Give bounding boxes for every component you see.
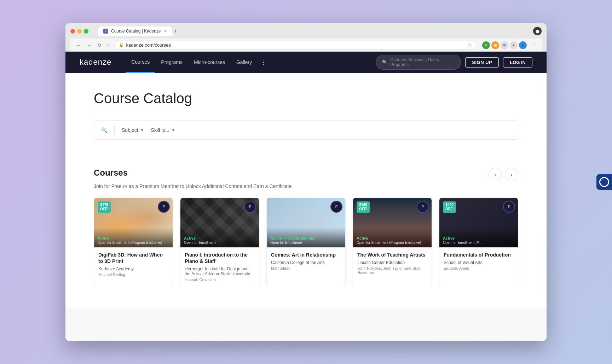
ext-icon-1[interactable]: ⊕ bbox=[482, 41, 490, 49]
search-icon: 🔍 bbox=[382, 60, 387, 65]
status-active: Active bbox=[357, 236, 428, 240]
card-institution-piano: Herberger Institute for Design and the A… bbox=[185, 266, 255, 276]
card-instructor-comics: Matt Silady bbox=[271, 266, 341, 270]
home-button[interactable]: ⌂ bbox=[106, 42, 111, 49]
status-active: Active — Credit Eligible bbox=[270, 236, 342, 240]
nav-links: Courses Programs Micro-courses Gallery ⋮ bbox=[126, 52, 376, 73]
premium-badge-fundamentals: P bbox=[503, 201, 515, 213]
card-instructor-digifab: Michael Darling bbox=[98, 272, 168, 277]
card-body: Comics: Art in Relationship California C… bbox=[267, 247, 345, 275]
subject-filter[interactable]: Subject ▼ bbox=[122, 127, 144, 133]
bookmark-icon: ☆ bbox=[468, 42, 472, 48]
search-placeholder: Courses, Sessions, Users, Programs bbox=[390, 57, 455, 67]
card-status-overlay: Active Open for Enrollment (P... bbox=[439, 228, 518, 247]
card-title-fundamentals: Fundamentals of Production bbox=[444, 252, 514, 258]
site-logo[interactable]: kadenze bbox=[80, 58, 111, 67]
nav-link-courses[interactable]: Courses bbox=[126, 52, 155, 73]
carousel-prev-button[interactable]: ‹ bbox=[489, 168, 502, 181]
status-text: Open for Enrollment (Program Exclusive) bbox=[357, 241, 428, 245]
card-image-wrapper: $160OFF! P Active Open for Enrollment (P… bbox=[353, 198, 432, 247]
card-title-comics: Comics: Art in Relationship bbox=[271, 252, 341, 258]
card-institution-digifab: Kadenze Academy bbox=[98, 266, 168, 271]
section-subtitle: Join for Free or as a Premium Member to … bbox=[94, 183, 518, 189]
premium-badge-piano: P bbox=[244, 201, 256, 213]
browser-tab[interactable]: K Course Catalog | Kadenze ✕ bbox=[98, 27, 172, 36]
section-title: Courses bbox=[94, 168, 128, 178]
course-card-piano[interactable]: P Active Open for Enrollment Piano I: In… bbox=[180, 198, 259, 286]
ext-icon-3[interactable]: ⊞ bbox=[501, 41, 508, 49]
status-text: Open for Enrollment bbox=[184, 241, 255, 245]
forward-button[interactable]: → bbox=[85, 42, 93, 49]
course-card-fundamentals[interactable]: $420OFF! P Active Open for Enrollment (P… bbox=[439, 198, 518, 286]
courses-section: Courses ‹ › Join for Free or as a Premiu… bbox=[65, 168, 547, 307]
card-status-overlay: Active — Credit Eligible Open for Enroll… bbox=[267, 228, 345, 247]
card-status-overlay: Active Open for Enrollment bbox=[180, 228, 259, 247]
browser-controls: K Course Catalog | Kadenze ✕ + ⬤ bbox=[70, 27, 542, 36]
tab-close-button[interactable]: ✕ bbox=[164, 29, 167, 34]
card-title-digifab: DigiFab 3D: How and When to 3D Print bbox=[98, 252, 168, 264]
carousel-next-button[interactable]: › bbox=[505, 168, 518, 181]
courses-grid: $175OFF! P Active Open for Enrollment (P… bbox=[94, 198, 518, 286]
card-instructor-fundamentals: Eduardo Angel bbox=[444, 266, 514, 270]
browser-menu-button[interactable]: ⋮ bbox=[532, 42, 537, 48]
tab-favicon-icon: K bbox=[103, 29, 108, 34]
carousel-controls: ‹ › bbox=[489, 168, 518, 181]
card-body: Fundamentals of Production School of Vis… bbox=[439, 247, 518, 275]
nav-link-gallery[interactable]: Gallery bbox=[231, 52, 258, 72]
premium-badge-teaching: P bbox=[417, 201, 429, 213]
login-button[interactable]: LOG IN bbox=[503, 57, 532, 67]
price-badge-digifab: $175OFF! bbox=[98, 201, 111, 213]
card-status-overlay: Active Open for Enrollment (Program Excl… bbox=[353, 228, 432, 247]
tab-bar: K Course Catalog | Kadenze ✕ + bbox=[98, 27, 530, 36]
card-image-wrapper: P Active — Credit Eligible Open for Enro… bbox=[267, 198, 345, 247]
status-text: Open for Enrollment bbox=[270, 241, 342, 245]
close-window-button[interactable] bbox=[70, 29, 75, 34]
card-institution-teaching: Lincoln Center Education bbox=[357, 260, 427, 265]
course-card-digifab[interactable]: $175OFF! P Active Open for Enrollment (P… bbox=[94, 198, 173, 286]
tab-title: Course Catalog | Kadenze bbox=[111, 29, 161, 34]
floating-button-icon bbox=[599, 177, 609, 187]
site-content: kadenze Courses Programs Micro-courses G… bbox=[65, 52, 547, 341]
card-institution-comics: California College of the Arts bbox=[271, 260, 341, 265]
filter-divider bbox=[114, 126, 115, 134]
site-nav: kadenze Courses Programs Micro-courses G… bbox=[65, 52, 547, 73]
back-button[interactable]: ← bbox=[75, 42, 82, 49]
card-title-teaching: The Work of Teaching Artists bbox=[357, 252, 427, 258]
card-body: The Work of Teaching Artists Lincoln Cen… bbox=[353, 247, 432, 279]
page-header: Course Catalog 🔍 Subject ▼ Skill le... ▼ bbox=[65, 73, 547, 168]
browser-extension-icon: ⬤ bbox=[533, 27, 542, 35]
ext-icon-4[interactable]: ★ bbox=[510, 41, 518, 49]
address-field[interactable]: 🔒 kadenze.com/courses ☆ bbox=[114, 41, 477, 49]
subject-arrow-icon: ▼ bbox=[140, 128, 144, 132]
ext-icon-2[interactable]: ▣ bbox=[491, 41, 499, 49]
premium-badge-digifab: P bbox=[158, 201, 170, 213]
ext-icon-profile[interactable]: 👤 bbox=[519, 41, 527, 49]
card-body: Piano I: Introduction to the Piano & Sta… bbox=[180, 247, 259, 286]
section-header: Courses ‹ › bbox=[94, 168, 518, 181]
url-text: kadenze.com/courses bbox=[126, 42, 171, 48]
status-active: Active bbox=[443, 236, 514, 240]
signup-button[interactable]: SIGN UP bbox=[465, 57, 499, 67]
browser-window: K Course Catalog | Kadenze ✕ + ⬤ ← → ↻ ⌂… bbox=[65, 23, 547, 341]
subject-label: Subject bbox=[122, 127, 138, 133]
extension-icons: ⊕ ▣ ⊞ ★ 👤 bbox=[482, 41, 527, 49]
skill-label: Skill le... bbox=[151, 127, 169, 133]
card-institution-fundamentals: School of Visual Arts bbox=[444, 260, 514, 265]
nav-search[interactable]: 🔍 Courses, Sessions, Users, Programs bbox=[376, 55, 461, 70]
course-card-comics[interactable]: P Active — Credit Eligible Open for Enro… bbox=[266, 198, 346, 286]
card-instructor-piano: Hannah Creviston bbox=[185, 277, 255, 282]
skill-filter[interactable]: Skill le... ▼ bbox=[151, 127, 175, 133]
section-title-group: Courses bbox=[94, 168, 128, 178]
maximize-window-button[interactable] bbox=[84, 29, 88, 34]
refresh-button[interactable]: ↻ bbox=[96, 42, 103, 49]
minimize-window-button[interactable] bbox=[77, 29, 82, 34]
floating-action-button[interactable] bbox=[596, 174, 612, 190]
course-card-teaching[interactable]: $160OFF! P Active Open for Enrollment (P… bbox=[353, 198, 432, 286]
nav-link-programs[interactable]: Programs bbox=[155, 52, 188, 72]
card-instructor-teaching: John Holyoke, Jean Taylor, and Brad Hase… bbox=[357, 266, 427, 275]
filter-bar: 🔍 Subject ▼ Skill le... ▼ bbox=[94, 121, 518, 140]
nav-more-button[interactable]: ⋮ bbox=[258, 58, 270, 66]
new-tab-button[interactable]: + bbox=[174, 28, 177, 34]
nav-link-microcourses[interactable]: Micro-courses bbox=[188, 52, 231, 72]
status-active: Active bbox=[184, 236, 255, 240]
